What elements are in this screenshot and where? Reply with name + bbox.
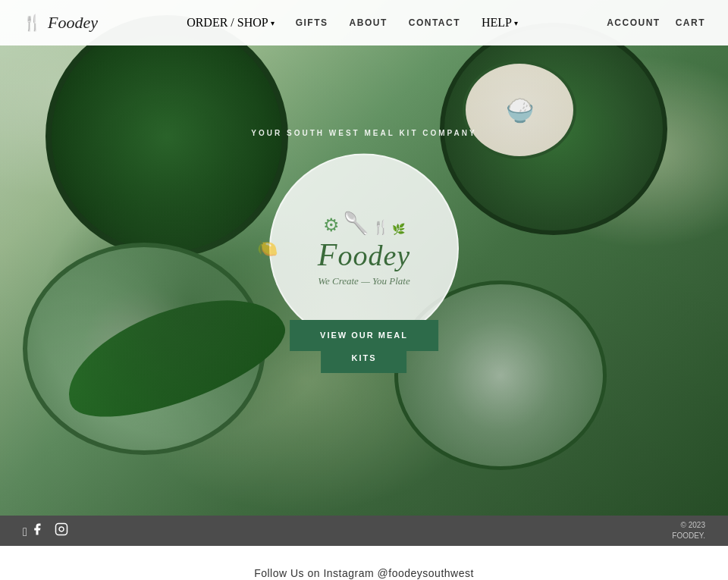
cta-line1: VIEW OUR MEAL (320, 331, 408, 340)
svg-rect-0 (55, 524, 67, 535)
fork-icon: 🍴 (372, 218, 389, 235)
hero-tagline: YOUR SOUTH WEST MEAL KIT COMPANY (251, 129, 476, 137)
account-link[interactable]: ACCOUNT (607, 17, 661, 28)
logo-text: Foodey (48, 13, 98, 33)
nav-item-contact[interactable]: CONTACT (409, 17, 460, 28)
logo-icon: 🍴 (23, 14, 42, 32)
facebook-icon[interactable]:  (23, 522, 44, 539)
social-icons:  (23, 522, 68, 539)
nav-item-help[interactable]: HELP ▾ (482, 16, 518, 30)
logo-f: F (318, 237, 338, 271)
logo[interactable]: 🍴 Foodey (23, 13, 98, 33)
herb-icon: 🌿 (392, 222, 405, 235)
center-logo-tagline: We Create — You Plate (318, 274, 410, 287)
instagram-section: Follow Us on Instagram @foodeysouthwest (0, 546, 728, 580)
spoon-icon: 🥄 (343, 210, 369, 235)
center-logo-circle: 🍋 ⚙ 🥄 🍴 🌿 Foodey We Create — You Plate (269, 154, 459, 343)
chevron-down-icon-help: ▾ (514, 19, 518, 27)
nav-label-help: HELP (482, 16, 512, 30)
cta-container: VIEW OUR MEAL KITS (290, 320, 438, 373)
main-nav: ORDER / SHOP ▾ GIFTS ABOUT CONTACT HELP … (187, 16, 518, 30)
cta-line2: KITS (351, 353, 376, 362)
whisk-icon: ⚙ (323, 214, 340, 235)
footer-bar:  © 2023 FOODEY. (0, 516, 728, 546)
cta-button-line2[interactable]: KITS (321, 350, 406, 373)
copyright: © 2023 FOODEY. (672, 520, 705, 541)
nav-label-order-shop: ORDER / SHOP (187, 16, 268, 30)
cta-button[interactable]: VIEW OUR MEAL (290, 320, 438, 351)
instagram-icon[interactable] (55, 522, 68, 539)
site-header: 🍴 Foodey ORDER / SHOP ▾ GIFTS ABOUT CONT… (0, 0, 728, 45)
chevron-down-icon: ▾ (271, 19, 275, 27)
lemon-decoration: 🍋 (257, 239, 278, 259)
nav-item-gifts[interactable]: GIFTS (296, 17, 328, 28)
nav-item-order-shop[interactable]: ORDER / SHOP ▾ (187, 16, 275, 30)
nav-item-about[interactable]: ABOUT (350, 17, 388, 28)
logo-rest: oodey (337, 239, 410, 271)
cart-link[interactable]: CART (676, 17, 705, 28)
logo-icons-row: ⚙ 🥄 🍴 🌿 (323, 210, 405, 235)
copyright-line1: © 2023 (681, 521, 705, 529)
center-logo-name: Foodey (318, 238, 410, 270)
instagram-text: Follow Us on Instagram @foodeysouthwest (0, 567, 728, 579)
copyright-line2: FOODEY. (672, 531, 705, 540)
hero-section: 🍚 YOUR SOUTH WEST MEAL KIT COMPANY 🍋 ⚙ 🥄… (0, 0, 728, 516)
header-right: ACCOUNT CART (607, 17, 705, 28)
